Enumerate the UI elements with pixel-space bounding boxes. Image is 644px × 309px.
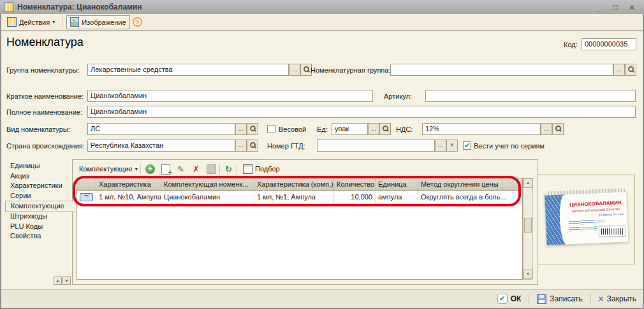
unit-lookup-button[interactable] <box>379 123 391 135</box>
weight-label: Весовой <box>279 126 306 133</box>
magnifier-icon <box>627 66 634 73</box>
magnifier-icon <box>382 125 389 132</box>
kind-lookup-button[interactable] <box>247 123 258 135</box>
window-table-icon <box>4 3 13 12</box>
scroll-up-button[interactable]: ▲ <box>523 178 532 188</box>
tab-plu-codes[interactable]: PLU Коды <box>5 222 72 232</box>
scroll-down-button[interactable]: ▼ <box>523 269 532 279</box>
blue-cross-icon: × <box>599 294 604 303</box>
cell-comp-characteristic[interactable]: 1 мл, №1, Ампула <box>254 191 334 203</box>
tab-series[interactable]: Серии <box>5 191 72 201</box>
product-box-fineprint <box>569 220 604 225</box>
product-barcode <box>599 226 626 237</box>
copy-row-button[interactable] <box>161 164 170 175</box>
nomgroup-ellipsis-button[interactable]: ... <box>613 64 625 76</box>
save-button[interactable]: Записать <box>534 293 585 305</box>
gtd-ellipsis-button[interactable]: ... <box>435 140 446 152</box>
ok-button-label: ОК <box>511 294 522 303</box>
kind-ellipsis-button[interactable]: ... <box>235 123 247 135</box>
cell-characteristic[interactable]: 1 мл, №10, Ампула <box>96 191 161 203</box>
tab-scroll-up-button[interactable]: ▲ <box>54 277 62 285</box>
series-checkbox[interactable]: ✔ <box>463 141 471 150</box>
window-title: Номенклатура: Цианокобаламин <box>17 3 590 11</box>
unit-field[interactable]: упак <box>332 123 368 135</box>
form-footer: ✔ ОК Записать × Закрыть <box>1 289 643 308</box>
col-header-quantity[interactable]: Количество <box>334 178 376 190</box>
delete-row-button[interactable]: ✗ <box>191 164 201 174</box>
table-header-row: Характеристика Комплектующая номенк... Х… <box>77 178 522 191</box>
components-menu-label: Комплектующие <box>79 165 133 173</box>
country-label: Страна происхождения: <box>6 142 85 150</box>
edit-row-button[interactable]: ✎ <box>176 164 186 174</box>
current-row-icon: ~ <box>80 193 93 201</box>
tab-units[interactable]: Единицы <box>5 161 72 171</box>
panel-toolbar-separator <box>237 164 237 175</box>
footer-separator <box>590 294 591 304</box>
close-form-button[interactable]: × Закрыть <box>596 293 639 305</box>
col-header-characteristic[interactable]: Характеристика <box>96 178 161 190</box>
col-header-pointer[interactable] <box>77 178 96 190</box>
tab-scroll-down-button[interactable]: ▼ <box>62 277 71 285</box>
tab-barcodes[interactable]: Штрихкоды <box>5 212 72 222</box>
col-header-comp-characteristic[interactable]: Характеристика (комп.) <box>254 178 334 190</box>
magnifier-icon <box>303 66 310 73</box>
tab-characteristics[interactable]: Характеристики <box>5 181 72 191</box>
unit-label: Ед: <box>317 126 328 133</box>
col-header-rounding[interactable]: Метод округления цены <box>418 178 522 190</box>
series-label: Вести учет по сериям <box>474 142 545 150</box>
product-box-fineprint <box>569 226 597 231</box>
country-lookup-button[interactable] <box>247 140 258 152</box>
close-button[interactable]: × <box>624 3 640 12</box>
kind-field[interactable]: ЛС <box>87 123 235 135</box>
vat-lookup-button[interactable] <box>552 123 564 135</box>
green-check-icon: ✔ <box>497 294 508 304</box>
scrollbar-thumb[interactable] <box>524 218 532 233</box>
product-photo: ЦИАНОКОБАЛАМИН раствор для инъекций 0.5 … <box>544 191 629 246</box>
components-table[interactable]: Характеристика Комплектующая номенк... Х… <box>77 178 523 280</box>
tab-excise[interactable]: Акциз <box>5 171 72 182</box>
vat-field[interactable]: 12% <box>422 123 541 135</box>
cell-unit[interactable]: ампула <box>376 191 418 203</box>
gtd-field[interactable] <box>317 140 435 152</box>
group-field[interactable]: Лекарственные средства <box>87 64 289 76</box>
panel-toolbar-separator <box>219 164 220 175</box>
refresh-button[interactable]: ↻ <box>224 164 233 174</box>
actions-menu-button[interactable]: Действия ▾ <box>4 16 58 29</box>
full-name-field[interactable]: Цианокобаламин <box>87 106 636 118</box>
short-name-field[interactable]: Цианокобаламин <box>87 90 373 102</box>
tab-components[interactable]: Комплектующие <box>5 201 75 212</box>
code-field[interactable]: 00000000035 <box>582 38 636 50</box>
tab-properties[interactable]: Свойства <box>5 231 72 241</box>
weight-checkbox[interactable] <box>267 125 275 133</box>
gtd-clear-button[interactable]: × <box>446 140 458 152</box>
magnifier-icon <box>249 141 256 148</box>
toolbar-separator <box>62 17 62 28</box>
pick-button[interactable]: Подбор <box>240 163 282 175</box>
col-header-unit[interactable]: Единица <box>376 178 418 190</box>
help-button[interactable]: ? <box>133 17 142 27</box>
image-button[interactable]: Изображение <box>66 15 129 29</box>
group-ellipsis-button[interactable]: ... <box>289 64 300 76</box>
group-label: Группа номенклатуры: <box>6 66 80 74</box>
actions-table-icon <box>7 17 17 27</box>
nomgroup-field[interactable] <box>390 64 613 76</box>
unit-ellipsis-button[interactable]: ... <box>368 123 379 135</box>
table-vertical-scrollbar[interactable]: ▲ ▼ <box>523 178 533 280</box>
add-row-button[interactable]: + <box>145 164 155 174</box>
close-button-label: Закрыть <box>607 294 636 303</box>
vat-ellipsis-button[interactable]: ... <box>541 123 552 135</box>
country-field[interactable]: Республика Казахстан <box>87 140 235 152</box>
cell-quantity[interactable]: 10,000 <box>334 191 376 203</box>
col-header-component[interactable]: Комплектующая номенк... <box>161 178 254 190</box>
maximize-button[interactable]: □ <box>607 3 624 12</box>
article-field[interactable] <box>425 90 636 102</box>
country-ellipsis-button[interactable]: ... <box>235 140 247 152</box>
components-menu-button[interactable]: Комплектующие ▾ <box>77 163 140 175</box>
minimize-button[interactable]: _ <box>590 3 607 12</box>
chevron-down-icon: ▾ <box>52 19 55 25</box>
table-row[interactable]: ~ 1 мл, №10, Ампула Цианокобаламин 1 мл,… <box>77 191 522 204</box>
cell-rounding[interactable]: Округлять всегда в боль... <box>418 191 522 203</box>
nomgroup-lookup-button[interactable] <box>625 64 636 76</box>
ok-button[interactable]: ✔ ОК <box>495 292 524 305</box>
cell-component[interactable]: Цианокобаламин <box>161 191 254 203</box>
